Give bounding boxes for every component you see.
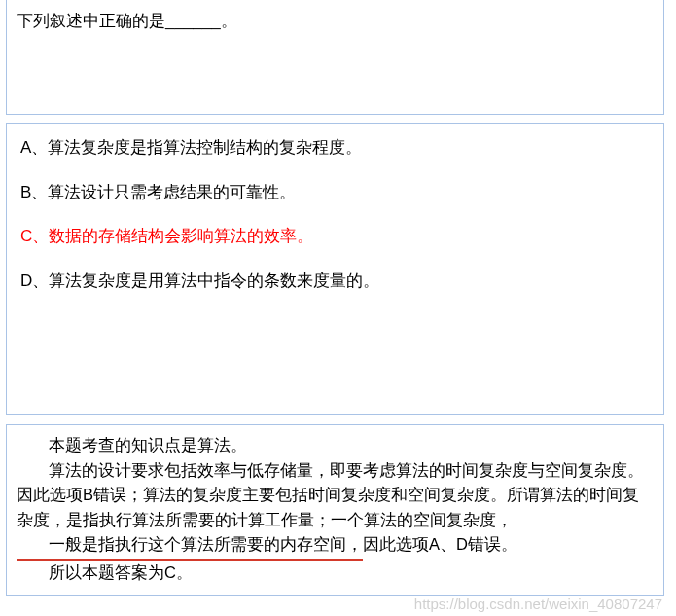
option-c[interactable]: C、数据的存储结构会影响算法的效率。: [20, 224, 650, 249]
explanation-p1: 本题考查的知识点是算法。: [17, 433, 654, 458]
question-stem: 下列叙述中正确的是______。: [17, 8, 654, 34]
option-label: A、: [20, 138, 48, 157]
explanation-underline: 一般是指执行这个算法所需要的内存空间，: [17, 532, 363, 561]
option-text: 算法复杂度是指算法控制结构的复杂程度。: [48, 138, 362, 157]
option-text: 算法复杂度是用算法中指令的条数来度量的。: [49, 272, 379, 290]
explanation-p2: 算法的设计要求包括效率与低存储量，即要考虑算法的时间复杂度与空间复杂度。因此选项…: [17, 458, 654, 561]
option-label: B、: [20, 183, 48, 201]
stem-suffix: 。: [221, 12, 237, 30]
watermark-text: https://blog.csdn.net/weixin_40807247: [414, 596, 662, 612]
question-panel: 下列叙述中正确的是______。: [6, 0, 664, 115]
explanation-panel: 本题考查的知识点是算法。 算法的设计要求包括效率与低存储量，即要考虑算法的时间复…: [6, 424, 664, 596]
option-d[interactable]: D、算法复杂度是用算法中指令的条数来度量的。: [20, 269, 650, 294]
options-panel: A、算法复杂度是指算法控制结构的复杂程度。 B、算法设计只需考虑结果的可靠性。 …: [6, 123, 664, 415]
option-a[interactable]: A、算法复杂度是指算法控制结构的复杂程度。: [20, 135, 650, 161]
option-label: C、: [20, 227, 49, 245]
option-b[interactable]: B、算法设计只需考虑结果的可靠性。: [20, 180, 650, 205]
explanation-p3: 所以本题答案为C。: [17, 561, 654, 586]
stem-prefix: 下列叙述中正确的是: [17, 12, 165, 30]
explanation-p2b: 因此选项A、D错误。: [363, 535, 517, 553]
option-text: 算法设计只需考虑结果的可靠性。: [48, 183, 296, 201]
stem-blank: ______: [165, 12, 221, 30]
explanation-p2a: 算法的设计要求包括效率与低存储量，即要考虑算法的时间复杂度与空间复杂度。因此选项…: [17, 461, 644, 528]
option-label: D、: [20, 272, 49, 290]
option-text: 数据的存储结构会影响算法的效率。: [49, 227, 313, 245]
